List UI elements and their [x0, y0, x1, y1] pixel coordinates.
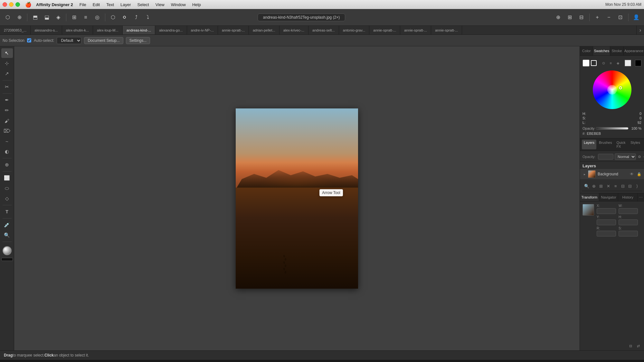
tab-10[interactable]: andreas-selt...: [308, 26, 339, 35]
secondary-color-swatch[interactable]: [635, 60, 641, 66]
document-setup-button[interactable]: Document Setup...: [84, 37, 123, 44]
text-tool[interactable]: T: [1, 207, 13, 217]
stroke-display[interactable]: [1, 258, 13, 261]
brush-tool[interactable]: 🖌: [1, 116, 13, 125]
toolbar-align[interactable]: ≡: [80, 12, 91, 23]
maximize-button[interactable]: [15, 2, 20, 7]
tab-14[interactable]: annie-spratt-...: [431, 26, 462, 35]
toolbar-boolean[interactable]: ◎: [92, 12, 102, 23]
styles-tab[interactable]: Styles: [629, 140, 642, 149]
tab-3[interactable]: alex-loup-M...: [93, 26, 123, 35]
current-color-swatch[interactable]: [625, 60, 631, 66]
layer-add-btn[interactable]: +: [642, 154, 644, 160]
toolbar-icon2[interactable]: ⊕: [14, 12, 24, 23]
color-sliders-btn[interactable]: ≡: [608, 60, 614, 66]
color-wheel[interactable]: [593, 70, 631, 109]
transform-tool[interactable]: ⊹: [1, 59, 13, 68]
menu-file[interactable]: File: [78, 2, 88, 8]
tab-8[interactable]: adrian-pellet...: [249, 26, 279, 35]
menu-layer[interactable]: Layer: [118, 2, 133, 8]
search-layers-btn[interactable]: 🔍: [583, 182, 590, 190]
transform-tab[interactable]: Transform: [580, 193, 599, 201]
layers-tab[interactable]: Layers: [582, 140, 596, 149]
smudge-tool[interactable]: ~: [1, 136, 13, 146]
close-button[interactable]: [3, 2, 7, 7]
tab-0[interactable]: 272080853_...: [0, 26, 31, 35]
layer-row-background[interactable]: ▸ Background 👁 🔒: [580, 169, 644, 179]
polygon-tool[interactable]: ◇: [1, 194, 13, 203]
navigator-tab[interactable]: Navigator: [599, 193, 619, 201]
crop-tool[interactable]: ✂: [1, 82, 13, 92]
settings-button[interactable]: Settings...: [126, 37, 150, 44]
menu-text[interactable]: Text: [104, 2, 116, 8]
delete-layer-btn[interactable]: ✕: [605, 182, 612, 190]
toolbar-export-persona[interactable]: ⬓: [42, 12, 52, 23]
tab-1[interactable]: alessandro-s...: [31, 26, 62, 35]
menu-help[interactable]: Help: [190, 2, 203, 8]
tabs-overflow-arrow[interactable]: ›: [636, 26, 644, 35]
toolbar-develop-persona[interactable]: ◈: [53, 12, 63, 23]
quickfx-tab[interactable]: Quick FX: [614, 140, 628, 149]
layer-opacity-input[interactable]: 100 %: [598, 154, 613, 160]
menu-view[interactable]: View: [154, 2, 166, 8]
s-input[interactable]: 0 °: [619, 231, 638, 237]
expand-panel-btn[interactable]: ⟩: [634, 182, 641, 190]
w-input[interactable]: 0 px: [619, 208, 638, 214]
tab-5[interactable]: alexandra-go...: [155, 26, 187, 35]
new-group-btn[interactable]: ⊞: [598, 182, 605, 190]
toolbar-action1[interactable]: ⬡: [108, 12, 118, 23]
opacity-slider[interactable]: [596, 127, 629, 130]
color-display[interactable]: [1, 245, 13, 256]
canvas-area[interactable]: Arrow Tool: [14, 46, 580, 350]
menu-window[interactable]: Window: [169, 2, 188, 8]
eyedropper-tool[interactable]: 💉: [1, 220, 13, 230]
history-tab[interactable]: History: [618, 193, 638, 201]
stroke-selector[interactable]: [591, 60, 597, 66]
tab-4[interactable]: andreas-kind-...: [123, 26, 155, 35]
tab-appearance[interactable]: Appearance: [624, 46, 644, 55]
document-title[interactable]: andreas-kind-N3hafr52Teg-unsplash.jpg (2…: [258, 14, 345, 21]
tab-9[interactable]: alex-krivec-...: [279, 26, 308, 35]
eraser-tool[interactable]: ⌦: [1, 126, 13, 136]
tab-swatches[interactable]: Swatches: [593, 46, 610, 55]
tab-12[interactable]: annie-spratt-...: [369, 26, 400, 35]
layer-rows-btn[interactable]: ⊟: [626, 182, 633, 190]
dodge-burn-tool[interactable]: ◐: [1, 147, 13, 156]
tab-2[interactable]: alex-shutin-k...: [62, 26, 93, 35]
menu-edit[interactable]: Edit: [91, 2, 102, 8]
layer-lock-icon[interactable]: 🔒: [637, 172, 641, 176]
apple-icon[interactable]: 🍎: [25, 2, 32, 8]
blend-mode-select[interactable]: Normal: [615, 153, 636, 160]
node-tool[interactable]: ↗: [1, 69, 13, 79]
tab-13[interactable]: annie-spratt-...: [400, 26, 431, 35]
toolbar-action4[interactable]: ⤵: [143, 12, 153, 23]
toolbar-transform[interactable]: ⊞: [69, 12, 79, 23]
r-input[interactable]: 0 °: [597, 231, 616, 237]
pencil-tool[interactable]: ✏: [1, 106, 13, 115]
tab-color[interactable]: Color: [580, 46, 593, 55]
toolbar-action3[interactable]: ⤴: [131, 12, 141, 23]
new-pixel-layer-btn[interactable]: ⊕: [591, 182, 598, 190]
toolbar-user[interactable]: 👤: [631, 12, 641, 23]
layer-visibility-icon[interactable]: 👁: [630, 172, 634, 176]
auto-select-checkbox[interactable]: [27, 38, 31, 42]
pen-tool[interactable]: ✒: [1, 95, 13, 105]
fill-tool[interactable]: ⊕: [1, 160, 13, 170]
tab-6[interactable]: andre-iv-NP-...: [187, 26, 218, 35]
x-input[interactable]: 0 px: [597, 208, 616, 214]
menu-select[interactable]: Select: [136, 2, 151, 8]
toolbar-snapping[interactable]: ⊕: [553, 12, 564, 23]
toolbar-fit[interactable]: ⊡: [615, 12, 626, 23]
color-hex-btn[interactable]: ◈: [615, 60, 621, 66]
toolbar-action2[interactable]: ⭘: [119, 12, 130, 23]
color-wheel-btn[interactable]: ⊙: [601, 60, 607, 66]
toolbar-pixel-persona[interactable]: ⬒: [30, 12, 40, 23]
select-move-tool[interactable]: ↖: [1, 48, 13, 58]
flip-h-btn[interactable]: ⇄: [635, 343, 641, 349]
y-input[interactable]: 0 px: [597, 219, 616, 225]
panel-menu-btn[interactable]: ⋯: [638, 193, 644, 201]
layer-settings-btn[interactable]: ⚙: [637, 154, 642, 160]
toolbar-guides[interactable]: ⊟: [576, 12, 587, 23]
auto-select-dropdown[interactable]: Default: [57, 37, 81, 44]
toolbar-zoom-out[interactable]: −: [604, 12, 614, 23]
